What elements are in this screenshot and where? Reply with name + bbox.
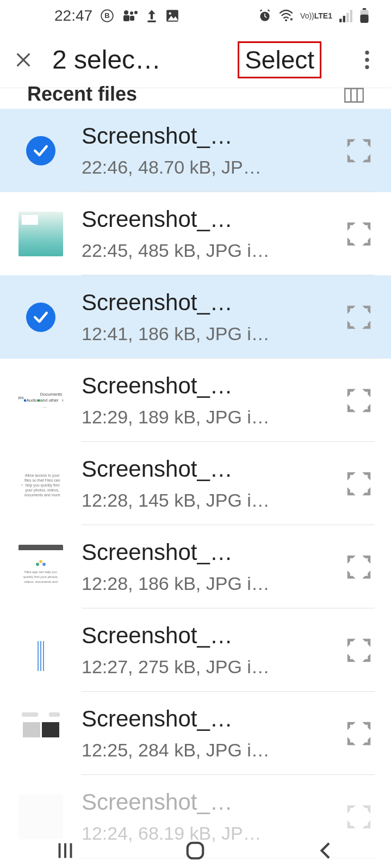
svg-rect-14 bbox=[346, 13, 349, 22]
section-header: Recent files bbox=[0, 84, 391, 109]
file-list: Screenshot_…22:46, 48.70 kB, JP…Screensh… bbox=[0, 109, 391, 858]
signal-icon bbox=[339, 9, 353, 22]
select-all-button[interactable]: Select bbox=[238, 41, 321, 78]
svg-rect-34 bbox=[188, 843, 203, 859]
svg-point-6 bbox=[134, 11, 138, 14]
svg-rect-18 bbox=[360, 15, 368, 23]
svg-rect-13 bbox=[343, 16, 345, 22]
file-name: Screenshot_… bbox=[82, 456, 325, 482]
expand-button[interactable] bbox=[343, 385, 375, 416]
selection-title: 2 selec… bbox=[52, 45, 172, 75]
svg-point-21 bbox=[365, 65, 369, 69]
section-title: Recent files bbox=[27, 83, 137, 106]
svg-point-27 bbox=[22, 485, 23, 485]
file-row[interactable]: Screenshot_…12:27, 275 kB, JPG i… bbox=[0, 608, 391, 692]
svg-point-19 bbox=[365, 51, 369, 54]
expand-button[interactable] bbox=[343, 135, 375, 167]
file-row[interactable]: Screenshot_…22:45, 485 kB, JPG i… bbox=[0, 192, 391, 275]
file-thumbnail bbox=[18, 212, 63, 256]
file-name: Screenshot_… bbox=[82, 290, 325, 316]
file-meta: 22:46, 48.70 kB, JP… bbox=[82, 157, 325, 178]
svg-rect-15 bbox=[350, 10, 352, 22]
file-row[interactable]: ■ Images 0 B■ Audio■ Documents and other… bbox=[0, 359, 391, 442]
svg-point-26 bbox=[22, 484, 22, 484]
file-meta: 12:28, 186 kB, JPG i… bbox=[82, 573, 325, 594]
expand-button[interactable] bbox=[343, 468, 375, 500]
file-name: Screenshot_… bbox=[82, 789, 325, 815]
status-left: 22:47 B bbox=[54, 7, 179, 24]
file-row[interactable]: Screenshot_…22:46, 48.70 kB, JP… bbox=[0, 109, 391, 192]
file-row[interactable]: Screenshot_…12:41, 186 kB, JPG i… bbox=[0, 275, 391, 359]
wifi-icon bbox=[278, 9, 294, 22]
file-name: Screenshot_… bbox=[82, 539, 325, 565]
close-button[interactable] bbox=[11, 47, 36, 72]
lte-label: LTE1 bbox=[314, 13, 332, 19]
file-thumbnail: ■ Images 0 B■ Audio■ Documents and other… bbox=[18, 378, 63, 423]
nav-home-button[interactable] bbox=[168, 840, 222, 861]
nav-back-button[interactable] bbox=[299, 840, 353, 861]
expand-button[interactable] bbox=[343, 635, 375, 666]
vo-label: Vo)) bbox=[300, 13, 314, 19]
file-meta: 12:27, 275 kB, JPG i… bbox=[82, 656, 325, 678]
svg-rect-5 bbox=[130, 16, 134, 21]
file-thumbnail bbox=[18, 711, 63, 756]
battery-icon bbox=[359, 8, 369, 23]
expand-button[interactable] bbox=[343, 218, 375, 250]
file-row[interactable]: Screenshot_…12:25, 284 kB, JPG i… bbox=[0, 692, 391, 775]
image-icon bbox=[165, 9, 179, 23]
alarm-icon bbox=[258, 9, 272, 23]
expand-button[interactable] bbox=[343, 551, 375, 583]
svg-point-28 bbox=[36, 563, 39, 566]
file-meta: 12:41, 186 kB, JPG i… bbox=[82, 323, 325, 344]
teams-icon bbox=[122, 9, 138, 23]
file-text: Screenshot_…22:46, 48.70 kB, JP… bbox=[82, 123, 325, 178]
svg-rect-4 bbox=[123, 15, 129, 21]
nav-recent-button[interactable] bbox=[38, 840, 92, 861]
file-meta: 12:28, 145 kB, JPG i… bbox=[82, 490, 325, 511]
file-thumbnail bbox=[18, 795, 63, 839]
svg-point-9 bbox=[169, 13, 171, 15]
expand-button[interactable] bbox=[343, 301, 375, 333]
svg-point-29 bbox=[39, 560, 42, 563]
status-right: Vo)) LTE1 bbox=[258, 8, 369, 23]
file-name: Screenshot_… bbox=[82, 623, 325, 649]
upload-icon bbox=[146, 9, 158, 23]
file-thumbnail bbox=[18, 628, 63, 673]
network-label: Vo)) LTE1 bbox=[300, 13, 332, 19]
svg-text:B: B bbox=[104, 11, 109, 20]
file-meta: 22:45, 485 kB, JPG i… bbox=[82, 240, 325, 261]
file-meta: 12:25, 284 kB, JPG i… bbox=[82, 740, 325, 761]
svg-point-30 bbox=[42, 563, 46, 566]
svg-point-25 bbox=[21, 485, 22, 485]
svg-rect-22 bbox=[345, 89, 363, 102]
file-text: Screenshot_…12:27, 275 kB, JPG i… bbox=[82, 623, 325, 678]
selected-check-icon bbox=[26, 303, 55, 332]
expand-button[interactable] bbox=[343, 801, 375, 833]
more-options-button[interactable] bbox=[354, 47, 380, 73]
svg-point-3 bbox=[130, 11, 133, 15]
file-name: Screenshot_… bbox=[82, 206, 325, 232]
file-text: Screenshot_…12:41, 186 kB, JPG i… bbox=[82, 290, 325, 344]
file-name: Screenshot_… bbox=[82, 706, 325, 732]
svg-point-2 bbox=[124, 10, 128, 15]
system-nav-bar bbox=[0, 833, 391, 868]
file-text: Screenshot_…12:28, 145 kB, JPG i… bbox=[82, 456, 325, 511]
file-text: Screenshot_…12:28, 186 kB, JPG i… bbox=[82, 539, 325, 594]
circle-b-icon: B bbox=[100, 9, 114, 23]
file-name: Screenshot_… bbox=[82, 123, 325, 149]
svg-rect-7 bbox=[147, 21, 156, 22]
file-row[interactable]: Files app can help you quickly find your… bbox=[0, 525, 391, 608]
file-text: Screenshot_…22:45, 485 kB, JPG i… bbox=[82, 206, 325, 261]
expand-button[interactable] bbox=[343, 718, 375, 749]
svg-point-20 bbox=[365, 58, 369, 61]
status-bar: 22:47 B Vo)) LTE1 bbox=[0, 0, 391, 32]
file-thumbnail: Allow access to your files so that Files… bbox=[18, 461, 63, 506]
file-text: Screenshot_…12:25, 284 kB, JPG i… bbox=[82, 706, 325, 761]
view-toggle-button[interactable] bbox=[344, 88, 364, 105]
file-thumbnail: Files app can help you quickly find your… bbox=[18, 545, 63, 589]
status-time: 22:47 bbox=[54, 7, 92, 24]
svg-rect-16 bbox=[363, 8, 366, 10]
app-bar: 2 selec… Select bbox=[0, 32, 391, 88]
file-row[interactable]: Allow access to your files so that Files… bbox=[0, 442, 391, 525]
file-meta: 12:29, 189 kB, JPG i… bbox=[82, 407, 325, 428]
